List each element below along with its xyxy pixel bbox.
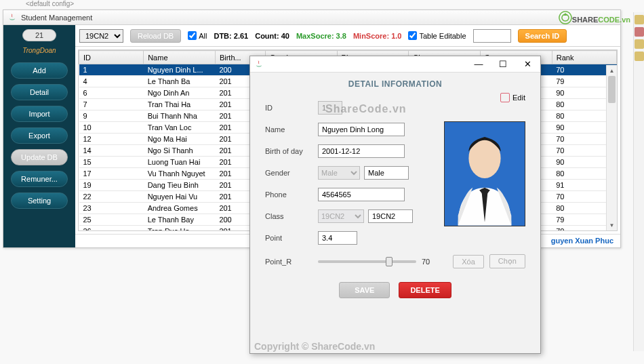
table-editable-checkbox[interactable] — [408, 31, 417, 40]
reload-db-button[interactable]: Reload DB — [130, 29, 181, 43]
watermark-mid: ShareCode.vn — [325, 103, 407, 115]
setting-button[interactable]: Setting — [11, 193, 68, 209]
add-button[interactable]: Add — [11, 62, 68, 79]
stat-max: MaxSocre: 3.8 — [296, 32, 346, 40]
pointr-slider[interactable] — [318, 260, 416, 263]
field-class[interactable] — [368, 209, 413, 223]
dialog-titlebar: — ☐ ✕ — [250, 56, 540, 73]
slider-thumb[interactable] — [386, 257, 393, 266]
search-id-button[interactable]: Search ID — [518, 29, 567, 43]
field-phone[interactable] — [318, 188, 405, 201]
java-icon — [254, 60, 264, 69]
edit-toggle[interactable]: Edit — [500, 93, 525, 102]
ide-right-strip — [633, 12, 644, 351]
col-id[interactable]: ID — [79, 51, 144, 64]
field-name[interactable] — [318, 123, 405, 136]
stat-count: Count: 40 — [255, 32, 289, 40]
import-button[interactable]: Import — [11, 106, 68, 122]
select-class: 19CN2 — [318, 209, 364, 223]
minimize-icon[interactable]: — — [467, 58, 490, 71]
chon-button[interactable]: Chọn — [489, 254, 525, 268]
maximize-icon[interactable]: ☐ — [491, 58, 515, 71]
field-birth[interactable] — [318, 144, 405, 158]
label-phone: Phone — [265, 190, 318, 199]
table-scrollbar[interactable]: ▲ ▼ — [606, 65, 617, 230]
class-select[interactable]: 19CN2 — [79, 29, 123, 43]
top-hint: <default config> — [26, 0, 74, 7]
save-button[interactable]: SAVE — [339, 282, 390, 298]
pointr-value: 70 — [422, 258, 430, 266]
user-label: TrongDoan — [22, 47, 56, 54]
sidebar: 21 TrongDoan Add Detail Import Export Up… — [3, 25, 75, 247]
label-id: ID — [265, 104, 318, 112]
scroll-down-icon[interactable]: ▼ — [607, 220, 617, 230]
remuner-button[interactable]: Remuner... — [11, 171, 68, 187]
watermark-bottom: Copyright © ShareCode.vn — [254, 341, 375, 352]
student-photo — [444, 121, 525, 226]
search-input[interactable] — [473, 29, 511, 43]
select-gender: Male — [318, 166, 360, 180]
label-birth: Birth of day — [265, 147, 318, 155]
xoa-button[interactable]: Xóa — [453, 255, 484, 268]
table-editable-label[interactable]: Table Editable — [408, 31, 466, 40]
delete-button[interactable]: DELETE — [399, 282, 451, 298]
field-gender[interactable] — [364, 166, 409, 180]
brand-watermark: SHARECODE.vn — [559, 11, 630, 26]
export-button[interactable]: Export — [11, 127, 68, 144]
col-name[interactable]: Name — [144, 51, 216, 64]
main-titlebar: Student Management — [3, 10, 620, 25]
label-gender: Gender — [265, 169, 318, 177]
badge-count: 21 — [22, 29, 56, 41]
java-icon — [7, 13, 17, 22]
label-pointr: Point_R — [265, 258, 318, 266]
scroll-thumb[interactable] — [608, 76, 616, 103]
all-checkbox[interactable] — [188, 31, 197, 40]
edit-checkbox[interactable] — [500, 93, 510, 102]
detail-dialog: — ☐ ✕ DETAIL INFORMATION Edit ID Name — [249, 56, 541, 354]
dialog-heading: DETAIL INFORMATION — [265, 79, 525, 89]
stat-dtb: DTB: 2.61 — [214, 32, 248, 40]
label-name: Name — [265, 125, 318, 134]
col-rank[interactable]: Rank — [552, 51, 616, 64]
field-point[interactable] — [318, 231, 357, 245]
label-class: Class — [265, 212, 318, 220]
detail-button[interactable]: Detail — [11, 84, 68, 100]
close-icon[interactable]: ✕ — [516, 58, 539, 71]
window-title: Student Management — [21, 14, 92, 22]
label-point: Point — [265, 234, 318, 242]
update-db-button[interactable]: Update DB — [11, 149, 68, 165]
stat-min: MinScore: 1.0 — [353, 32, 402, 40]
all-checkbox-label[interactable]: All — [188, 31, 207, 40]
toolbar: 19CN2 Reload DB All DTB: 2.61 Count: 40 … — [75, 25, 620, 47]
scroll-up-icon[interactable]: ▲ — [607, 65, 617, 76]
